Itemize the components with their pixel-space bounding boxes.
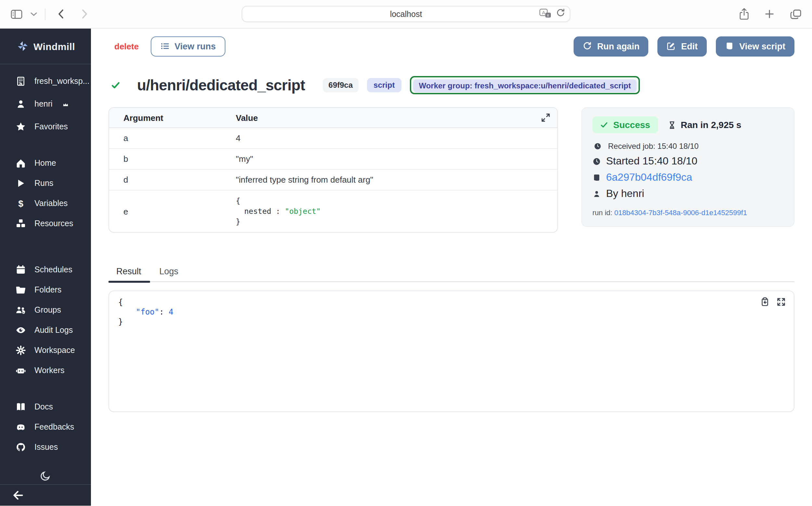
json-line: nested : "object" [236,206,321,217]
browser-nav-controls [10,8,88,20]
arg-name: a [109,133,236,143]
sidebar-item-resources[interactable]: Resources [0,213,91,233]
run-again-label: Run again [597,41,639,51]
status-badge: Success [592,116,658,133]
page: localhost Ax [0,0,812,506]
share-icon[interactable] [739,8,749,20]
list-icon [160,41,169,51]
github-icon [16,442,26,452]
back-button[interactable] [57,8,64,19]
sidebar-item-runs[interactable]: Runs [0,173,91,193]
script-kind-badge: script [367,78,401,92]
sidebar-item-schedules[interactable]: Schedules [0,259,91,279]
refresh-icon [583,41,592,51]
delete-button[interactable]: delete [114,41,139,51]
sidebar-item-folders[interactable]: Folders [0,279,91,300]
sidebar-item-favorites[interactable]: Favorites [0,115,91,138]
view-script-button[interactable]: View script [716,36,795,56]
run-status-panel: Success Ran in 2,925 s Re [581,107,795,227]
json-key: nested [244,207,271,216]
tab-result[interactable]: Result [108,263,150,281]
edit-button[interactable]: Edit [658,36,707,56]
sidebar-item-docs[interactable]: Docs [0,397,91,417]
run-duration-label: Ran in 2,925 s [681,119,741,130]
json-line: "foo": 4 [118,308,794,317]
app-logo[interactable]: Windmill [0,28,91,64]
column-header-argument: Argument [109,113,236,122]
svg-text:A: A [542,9,545,15]
url-bar[interactable]: localhost Ax [242,6,570,22]
job-hash-link[interactable]: 6a297b04df69f9ca [606,172,692,183]
run-id-link[interactable]: 018b4304-7b3f-548a-9006-d1e1452599f1 [614,208,747,217]
sidebar-item-user[interactable]: henri [0,92,91,115]
received-job-label: Received job: 15:40 18/10 [608,142,699,151]
hourglass-icon [668,120,676,129]
reload-icon[interactable] [556,8,565,19]
dark-mode-toggle[interactable] [37,467,54,484]
expand-result-icon[interactable] [776,297,786,307]
sidebar-toggle-icon[interactable] [10,9,23,19]
play-icon [16,178,26,188]
run-author-row: By henri [592,188,784,199]
translate-icon[interactable]: Ax [539,8,551,20]
sidebar-item-label: Resources [34,219,73,228]
sidebar-item-label: Issues [34,442,58,451]
run-toolbar: delete View runs Run again [108,36,795,56]
home-icon [16,158,26,168]
copy-to-clipboard-icon[interactable] [760,297,770,307]
sidebar-item-groups[interactable]: Groups [0,300,91,320]
arg-value-json: { nested : "object" } [236,190,321,232]
run-id-row: run id: 018b4304-7b3f-548a-9006-d1e14525… [592,208,784,217]
sidebar-item-issues[interactable]: Issues [0,437,91,457]
sidebar-item-feedbacks[interactable]: Feedbacks [0,417,91,437]
boxes-icon [16,218,26,229]
table-row: b "my" [109,149,557,170]
tab-overview-icon[interactable] [790,9,802,19]
result-tabs: Result Logs [108,263,795,282]
edit-pencil-icon [667,41,676,51]
json-open-brace: { [118,298,794,308]
success-check-icon [111,81,120,90]
user-icon [16,98,26,109]
forward-button[interactable] [81,8,88,19]
started-label: Started 15:40 18/10 [606,155,697,167]
scroll-icon [592,173,601,182]
collapse-sidebar-button[interactable] [12,489,25,502]
json-close-brace: } [118,317,794,327]
sidebar-item-label: Audit Logs [34,325,73,334]
new-tab-icon[interactable] [765,9,774,19]
sidebar-item-variables[interactable]: $ Variables [0,193,91,213]
gear-icon [16,345,26,355]
arg-value: "my" [236,154,253,164]
sidebar-item-label: Workspace [34,345,75,354]
chevron-down-icon[interactable] [30,12,37,16]
star-icon [16,121,26,132]
arg-name: b [109,154,236,164]
json-colon: : [159,308,169,317]
view-runs-button[interactable]: View runs [150,36,225,56]
page-title: u/henri/dedicated_script [137,76,305,94]
discord-icon [16,422,26,432]
sidebar-item-home[interactable]: Home [0,153,91,173]
arg-name: e [109,206,236,216]
sidebar-item-workspace-settings[interactable]: Workspace [0,340,91,360]
started-row: Started 15:40 18/10 [592,155,784,167]
table-row: e { nested : "object" } [109,190,557,232]
json-open-brace: { [236,196,321,206]
json-string-value: "object" [285,207,321,216]
sidebar-item-workspace-switcher[interactable]: fresh_worksp... [0,70,91,92]
sidebar-item-label: Workers [34,365,65,375]
run-again-button[interactable]: Run again [574,36,648,56]
tab-logs[interactable]: Logs [150,263,188,281]
sidebar-item-label: Feedbacks [34,422,74,431]
expand-table-icon[interactable] [540,112,551,123]
json-number-value: 4 [169,308,173,317]
worker-group-label: Worker group: fresh_workspace:u/henri/de… [413,79,637,92]
moon-icon [40,471,51,481]
sidebar-item-workers[interactable]: Workers [0,360,91,380]
sidebar-item-audit-logs[interactable]: Audit Logs [0,320,91,340]
calendar-icon [16,264,26,275]
sidebar-item-label: Folders [34,285,62,294]
arguments-table: Argument Value a 4 b "my" [108,107,558,233]
building-icon [16,76,26,86]
